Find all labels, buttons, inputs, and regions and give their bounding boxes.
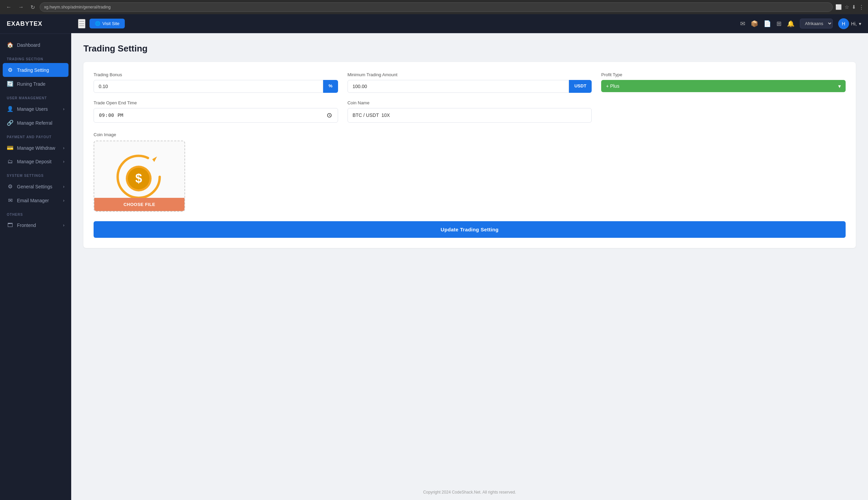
sidebar-item-label: Manage Users bbox=[17, 106, 48, 112]
sidebar-section-payment: PAYMENT AND PAYOUT bbox=[0, 130, 71, 141]
sidebar-item-label: Runing Trade bbox=[17, 81, 45, 87]
forward-button[interactable]: → bbox=[16, 3, 26, 12]
sidebar-item-label: Email Manager bbox=[17, 198, 49, 203]
sidebar-item-trading-setting[interactable]: ⚙ Trading Setting bbox=[3, 63, 68, 77]
choose-file-button[interactable]: CHOOSE FILE bbox=[94, 198, 185, 211]
bell-icon[interactable]: 🔔 bbox=[787, 20, 794, 27]
sidebar-item-manage-withdraw[interactable]: 💳 Manage Withdraw › bbox=[0, 141, 71, 155]
sidebar-item-label: Dashboard bbox=[17, 42, 40, 48]
chevron-right-icon: › bbox=[63, 159, 64, 164]
settings-icon: ⚙ bbox=[7, 183, 13, 190]
topbar-icons: ✉ 📦 📄 ⊞ 🔔 Afrikaans H Hi, ▾ bbox=[740, 18, 861, 29]
sidebar-item-label: Manage Referral bbox=[17, 120, 52, 126]
min-trading-amount-label: Minimum Trading Amount bbox=[347, 72, 592, 77]
page-title: Trading Setting bbox=[84, 43, 856, 54]
coin-name-group: Coin Name bbox=[347, 100, 592, 123]
hi-label: Hi, bbox=[851, 21, 857, 26]
form-grid-row2: Trade Open End Time Coin Name bbox=[93, 100, 846, 123]
profit-type-label: Profit Type bbox=[601, 72, 846, 77]
withdraw-icon: 💳 bbox=[7, 145, 13, 151]
profit-type-select-wrapper: + Plus - Minus bbox=[601, 80, 846, 92]
min-trading-amount-input[interactable] bbox=[347, 80, 569, 93]
chevron-right-icon: › bbox=[63, 184, 64, 189]
sidebar: EXABYTEX 🏠 Dashboard TRADING SECTION ⚙ T… bbox=[0, 14, 71, 500]
back-button[interactable]: ← bbox=[4, 3, 13, 12]
visit-site-button[interactable]: 🌐 Visit Site bbox=[89, 19, 125, 29]
coin-svg: $ bbox=[112, 150, 166, 202]
trading-bonus-input-group: % bbox=[93, 80, 338, 93]
sidebar-item-label: Manage Withdraw bbox=[17, 145, 55, 151]
coin-image-label: Coin Image bbox=[93, 132, 846, 137]
menu-button[interactable]: ⋮ bbox=[859, 4, 864, 10]
user-avatar: H bbox=[838, 18, 849, 29]
browser-bar: ← → ↻ xg.hwym.shop/admin/general/trading… bbox=[0, 0, 868, 14]
coin-image-box: $ CHOOSE FILE bbox=[93, 140, 185, 212]
svg-marker-1 bbox=[152, 157, 157, 162]
form-grid-row1: Trading Bonus % Minimum Trading Amount U… bbox=[93, 72, 846, 93]
chevron-right-icon: › bbox=[63, 223, 64, 228]
sidebar-item-dashboard[interactable]: 🏠 Dashboard bbox=[0, 38, 71, 52]
trading-bonus-input[interactable] bbox=[93, 80, 323, 93]
topbar: ☰ 🌐 Visit Site ✉ 📦 📄 ⊞ 🔔 Afrikaans H Hi,… bbox=[71, 14, 868, 33]
language-selector[interactable]: Afrikaans bbox=[800, 19, 833, 29]
usdt-addon: USDT bbox=[569, 80, 592, 93]
sidebar-logo: EXABYTEX bbox=[0, 14, 71, 34]
hamburger-button[interactable]: ☰ bbox=[78, 19, 86, 29]
sidebar-item-email-manager[interactable]: ✉ Email Manager › bbox=[0, 193, 71, 207]
trading-bonus-label: Trading Bonus bbox=[93, 72, 338, 77]
download-button[interactable]: ⬇ bbox=[852, 4, 856, 10]
sidebar-item-frontend[interactable]: 🗔 Frontend › bbox=[0, 218, 71, 232]
coin-name-label: Coin Name bbox=[347, 100, 592, 105]
profit-type-group: Profit Type + Plus - Minus bbox=[601, 72, 846, 93]
sidebar-section-trading: TRADING SECTION bbox=[0, 52, 71, 63]
coin-image-section: Coin Image bbox=[93, 132, 846, 212]
sidebar-nav: 🏠 Dashboard TRADING SECTION ⚙ Trading Se… bbox=[0, 34, 71, 500]
url-bar[interactable]: xg.hwym.shop/admin/general/trading bbox=[40, 2, 833, 12]
deposit-icon: 🗂 bbox=[7, 159, 13, 164]
trade-open-end-time-input[interactable] bbox=[93, 108, 338, 123]
chevron-right-icon: › bbox=[63, 107, 64, 112]
reload-button[interactable]: ↻ bbox=[29, 3, 37, 12]
document-icon[interactable]: 📄 bbox=[764, 20, 771, 27]
update-trading-setting-button[interactable]: Update Trading Setting bbox=[93, 221, 846, 238]
sidebar-item-manage-referral[interactable]: 🔗 Manage Referral bbox=[0, 116, 71, 130]
main-inner: Trading Setting Trading Bonus % Min bbox=[71, 33, 868, 485]
min-trading-amount-input-group: USDT bbox=[347, 80, 592, 93]
profit-type-select[interactable]: + Plus - Minus bbox=[601, 80, 846, 92]
browser-actions: ⬜ ☆ ⬇ ⋮ bbox=[835, 4, 864, 10]
svg-text:$: $ bbox=[135, 171, 142, 185]
profit-type-placeholder bbox=[601, 100, 846, 123]
chevron-right-icon: › bbox=[63, 146, 64, 150]
package-icon[interactable]: 📦 bbox=[751, 20, 758, 27]
trade-open-end-time-group: Trade Open End Time bbox=[93, 100, 338, 123]
sidebar-item-label: Trading Setting bbox=[17, 67, 49, 73]
url-text: xg.hwym.shop/admin/general/trading bbox=[44, 5, 111, 10]
sidebar-item-general-settings[interactable]: ⚙ General Settings › bbox=[0, 180, 71, 193]
coin-name-input[interactable] bbox=[347, 108, 592, 123]
visit-site-label: Visit Site bbox=[102, 21, 119, 26]
app-wrapper: EXABYTEX 🏠 Dashboard TRADING SECTION ⚙ T… bbox=[0, 14, 868, 500]
sidebar-item-label: Frontend bbox=[17, 223, 36, 228]
sidebar-item-running-trade[interactable]: 🔄 Runing Trade bbox=[0, 77, 71, 91]
sidebar-item-label: Manage Deposit bbox=[17, 159, 52, 164]
users-icon: 👤 bbox=[7, 106, 13, 112]
sidebar-item-label: General Settings bbox=[17, 184, 52, 189]
percent-addon: % bbox=[323, 80, 338, 93]
email-icon: ✉ bbox=[7, 197, 13, 204]
grid-icon[interactable]: ⊞ bbox=[777, 20, 781, 27]
inbox-icon[interactable]: ✉ bbox=[740, 20, 745, 27]
user-menu[interactable]: H Hi, ▾ bbox=[838, 18, 861, 29]
star-button[interactable]: ☆ bbox=[845, 4, 849, 10]
trading-bonus-group: Trading Bonus % bbox=[93, 72, 338, 93]
user-chevron-icon: ▾ bbox=[859, 21, 861, 26]
running-trade-icon: 🔄 bbox=[7, 81, 13, 87]
frontend-icon: 🗔 bbox=[7, 222, 13, 228]
trade-open-end-time-label: Trade Open End Time bbox=[93, 100, 338, 105]
sidebar-item-manage-users[interactable]: 👤 Manage Users › bbox=[0, 102, 71, 116]
main-content: Trading Setting Trading Bonus % Min bbox=[71, 33, 868, 500]
sidebar-section-system: SYSTEM SETTINGS bbox=[0, 168, 71, 180]
screenshot-button[interactable]: ⬜ bbox=[835, 4, 842, 10]
sidebar-section-user-mgmt: USER MANAGEMENT bbox=[0, 91, 71, 102]
sidebar-item-manage-deposit[interactable]: 🗂 Manage Deposit › bbox=[0, 155, 71, 168]
home-icon: 🏠 bbox=[7, 42, 13, 48]
